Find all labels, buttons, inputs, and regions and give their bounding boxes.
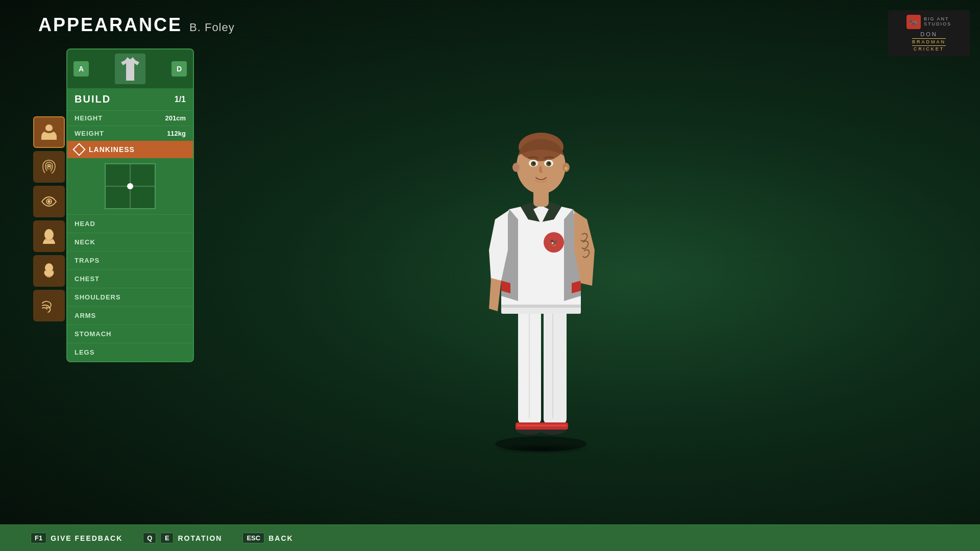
weight-label: WEIGHT (75, 130, 104, 137)
control-handle[interactable] (127, 183, 133, 189)
player-name: B. Foley (189, 21, 235, 34)
player-svg: 🦅 (464, 107, 618, 454)
body-part-shoulders[interactable]: SHOULDERS (67, 288, 193, 306)
wind-icon[interactable] (33, 290, 65, 321)
control-box-wrapper (67, 158, 193, 214)
back-item: ESC BACK (242, 533, 293, 543)
bigant-text: BIG ANT STUDIOS (924, 17, 951, 27)
icon-strip (33, 116, 65, 321)
svg-rect-14 (517, 424, 543, 427)
page-title: APPEARANCE (38, 14, 182, 36)
bigant-icon: 🐜 (906, 15, 921, 29)
build-label: BUILD (75, 93, 111, 105)
eye-icon[interactable] (33, 186, 65, 217)
build-count: 1/1 (175, 95, 186, 104)
q-key: Q (143, 533, 156, 543)
svg-rect-7 (544, 306, 567, 423)
svg-point-29 (533, 162, 535, 164)
f1-key: F1 (31, 533, 46, 543)
body-part-legs[interactable]: LEGS (67, 343, 193, 361)
svg-point-30 (548, 162, 550, 164)
bottom-bar: F1 GIVE FEEDBACK Q E ROTATION ESC BACK (0, 524, 980, 551)
bradman-text: BRADMAN CRICKET (912, 37, 946, 52)
svg-point-23 (512, 163, 520, 172)
body-part-neck[interactable]: NECK (67, 233, 193, 251)
logo-area: 🐜 BIG ANT STUDIOS DON BRADMAN CRICKET (888, 10, 970, 56)
character-display-area: 🦅 (204, 41, 878, 520)
feedback-item: F1 GIVE FEEDBACK (31, 533, 122, 543)
body-part-stomach[interactable]: STOMACH (67, 324, 193, 343)
panel-header: A D (67, 49, 193, 88)
svg-point-31 (565, 167, 568, 170)
lankiness-row[interactable]: LANKINESS (67, 141, 193, 158)
body-parts-list: HEAD NECK TRAPS CHEST SHOULDERS ARMS STO… (67, 214, 193, 361)
don-text: DON (920, 31, 937, 37)
player-figure: 🦅 (464, 107, 618, 454)
build-section-header: BUILD 1/1 (67, 88, 193, 110)
title-area: APPEARANCE B. Foley (38, 14, 235, 36)
tab-a-button[interactable]: A (74, 61, 89, 77)
body-part-arms[interactable]: ARMS (67, 306, 193, 324)
svg-rect-19 (501, 305, 581, 308)
svg-point-2 (48, 201, 50, 203)
weight-row: WEIGHT 112kg (67, 126, 193, 141)
fingerprint-icon[interactable] (33, 151, 65, 183)
lankiness-control[interactable] (105, 163, 156, 209)
avatar-thumbnail (115, 54, 145, 84)
main-panel: A D BUILD 1/1 HEIGHT 201cm WEIGHT 112kg … (66, 48, 194, 362)
body-part-traps[interactable]: TRAPS (67, 251, 193, 269)
body-icon[interactable] (33, 116, 65, 148)
body-part-head[interactable]: HEAD (67, 214, 193, 233)
svg-rect-15 (541, 424, 567, 427)
e-key: E (160, 533, 174, 543)
body-part-chest[interactable]: CHEST (67, 269, 193, 288)
rotation-label: ROTATION (178, 534, 222, 542)
lankiness-icon (72, 143, 85, 156)
beard-icon[interactable] (33, 255, 65, 287)
face-icon[interactable] (33, 220, 65, 252)
tab-d-button[interactable]: D (172, 61, 187, 77)
floor-shadow (490, 444, 592, 454)
lankiness-label: LANKINESS (89, 145, 135, 154)
esc-key: ESC (242, 533, 264, 543)
height-row: HEIGHT 201cm (67, 110, 193, 126)
weight-value: 112kg (167, 130, 186, 137)
height-value: 201cm (165, 114, 186, 122)
rotation-item: Q E ROTATION (143, 533, 222, 543)
height-label: HEIGHT (75, 114, 103, 122)
svg-point-0 (48, 166, 50, 167)
back-label: BACK (268, 534, 293, 542)
bigant-logo: 🐜 BIG ANT STUDIOS (906, 15, 951, 29)
svg-text:🦅: 🦅 (550, 239, 558, 246)
feedback-label: GIVE FEEDBACK (51, 534, 122, 542)
svg-point-4 (45, 263, 53, 272)
svg-point-3 (44, 229, 54, 240)
